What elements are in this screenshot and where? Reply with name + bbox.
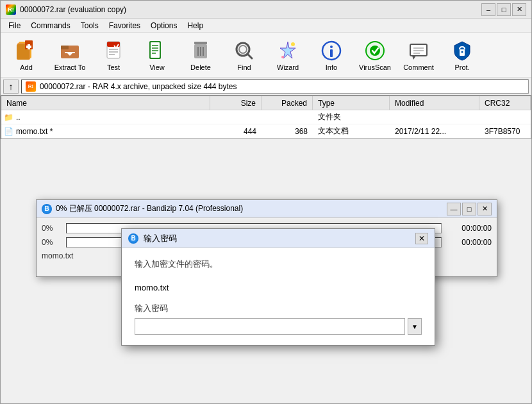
column-header-size[interactable]: Size — [210, 96, 262, 110]
column-header-packed[interactable]: Packed — [262, 96, 313, 110]
svg-rect-16 — [151, 42, 160, 58]
svg-marker-39 — [412, 56, 416, 60]
minimize-button[interactable]: – — [481, 3, 495, 16]
file-modified: 2017/2/11 22... — [390, 126, 479, 137]
address-bar: ↑ R! 00000072.rar - RAR 4.x archive, unp… — [1, 78, 531, 96]
test-icon — [102, 39, 125, 62]
toolbar-virusscan-button[interactable]: VirusScan — [354, 36, 395, 74]
address-text: 00000072.rar - RAR 4.x archive, unpacked… — [40, 82, 237, 91]
table-row[interactable]: 📁 .. 文件夹 — [1, 110, 531, 124]
toolbar-view-button[interactable]: View — [137, 36, 178, 74]
bandizip-close-button[interactable]: ✕ — [478, 203, 492, 215]
extract-icon — [58, 39, 81, 62]
toolbar-info-button[interactable]: Info — [311, 36, 352, 74]
toolbar-delete-button[interactable]: Delete — [180, 36, 221, 74]
archive-icon: R! — [26, 81, 36, 92]
close-button[interactable]: ✕ — [512, 3, 526, 16]
maximize-button[interactable]: □ — [497, 3, 511, 16]
svg-point-44 — [461, 51, 463, 53]
winrar-window: R! 00000072.rar (evaluation copy) – □ ✕ … — [0, 0, 532, 404]
toolbar-test-label: Test — [107, 63, 120, 71]
svg-rect-7 — [61, 46, 69, 49]
bandizip-title-text: 0% 已解压 00000072.rar - Bandizip 7.04 (Pro… — [56, 203, 443, 214]
toolbar-add-button[interactable]: Add — [6, 36, 47, 74]
bandizip-maximize-button[interactable]: □ — [462, 203, 476, 215]
file-size — [210, 116, 262, 119]
bandizip-current-file-label: momo.txt — [42, 251, 80, 260]
toolbar-view-label: View — [149, 63, 165, 71]
file-packed — [262, 116, 313, 119]
toolbar-virusscan-label: VirusScan — [359, 63, 391, 71]
file-type: 文本文档 — [313, 124, 390, 138]
svg-point-37 — [370, 46, 380, 56]
wizard-icon — [276, 39, 299, 62]
password-dialog: B 输入密码 ✕ 输入加密文件的密码。 momo.txt 输入密码 ▼ — [121, 228, 435, 346]
comment-icon — [407, 39, 430, 62]
bandizip-time-1: 00:00:00 — [447, 224, 492, 233]
toolbar-protect-button[interactable]: Prot. — [442, 36, 483, 74]
file-modified — [390, 116, 479, 119]
winrar-title: 00000072.rar (evaluation copy) — [20, 5, 481, 14]
menu-tools[interactable]: Tools — [76, 20, 104, 31]
bandizip-progress-label-1: 0% — [42, 224, 61, 233]
file-name: .. — [16, 113, 21, 122]
toolbar-comment-button[interactable]: Comment — [398, 36, 439, 74]
table-row[interactable]: 📄 momo.txt * 444 368 文本文档 2017/2/11 22..… — [1, 124, 531, 139]
dialog-close-button[interactable]: ✕ — [415, 233, 428, 244]
column-header-name[interactable]: Name — [1, 96, 210, 110]
toolbar-info-label: Info — [326, 63, 337, 71]
svg-rect-38 — [410, 44, 427, 56]
file-name: momo.txt * — [16, 127, 53, 136]
toolbar-extract-button[interactable]: Extract To — [49, 36, 90, 74]
column-header-type[interactable]: Type — [313, 96, 390, 110]
menu-help[interactable]: Help — [182, 20, 208, 31]
dialog-title-bar: B 输入密码 ✕ — [122, 229, 435, 248]
file-packed: 368 — [262, 126, 313, 137]
navigate-up-button[interactable]: ↑ — [3, 80, 19, 94]
dialog-app-icon: B — [128, 233, 138, 244]
dialog-input-label: 输入密码 — [135, 303, 422, 314]
toolbar-wizard-button[interactable]: Wizard — [267, 36, 308, 74]
winrar-app-icon: R! — [6, 4, 16, 15]
find-icon — [233, 39, 256, 62]
virusscan-icon — [363, 39, 387, 62]
toolbar-protect-label: Prot. — [454, 63, 469, 71]
svg-point-31 — [291, 42, 295, 46]
file-list-header: Name Size Packed Type Modified CRC32 — [1, 96, 531, 110]
file-size: 444 — [210, 126, 262, 137]
toolbar-test-button[interactable]: Test — [93, 36, 134, 74]
svg-point-32 — [281, 56, 284, 58]
svg-point-34 — [330, 46, 333, 48]
svg-rect-23 — [194, 42, 207, 44]
toolbar-delete-label: Delete — [190, 63, 211, 71]
address-input[interactable]: R! 00000072.rar - RAR 4.x archive, unpac… — [21, 80, 529, 94]
document-icon: 📄 — [4, 127, 13, 136]
svg-rect-8 — [65, 52, 75, 53]
bandizip-minimize-button[interactable]: — — [447, 203, 461, 215]
password-dropdown-button[interactable]: ▼ — [408, 318, 422, 335]
winrar-title-bar: R! 00000072.rar (evaluation copy) – □ ✕ — [1, 1, 531, 19]
dialog-input-row: ▼ — [135, 318, 422, 335]
toolbar-add-label: Add — [20, 63, 33, 71]
menu-favorites[interactable]: Favorites — [104, 20, 145, 31]
password-input[interactable] — [135, 318, 405, 335]
column-header-modified[interactable]: Modified — [390, 96, 479, 110]
toolbar-find-button[interactable]: Find — [224, 36, 265, 74]
svg-rect-35 — [330, 49, 333, 57]
toolbar-wizard-label: Wizard — [277, 63, 299, 71]
view-icon — [145, 39, 169, 62]
folder-icon: 📁 — [4, 113, 13, 122]
dialog-body: 输入加密文件的密码。 momo.txt 输入密码 ▼ — [122, 248, 435, 345]
dialog-title-text: 输入密码 — [144, 233, 410, 244]
menu-options[interactable]: Options — [145, 20, 182, 31]
file-crc32 — [479, 116, 531, 119]
bandizip-progress-label-2: 0% — [42, 238, 61, 247]
svg-point-28 — [239, 46, 247, 53]
delete-icon — [189, 39, 212, 62]
bandizip-time-2: 00:00:00 — [447, 238, 492, 247]
toolbar-comment-label: Comment — [403, 63, 434, 71]
menu-file[interactable]: File — [3, 20, 26, 31]
menu-commands[interactable]: Commands — [26, 20, 75, 31]
column-header-crc32[interactable]: CRC32 — [479, 96, 531, 110]
svg-line-29 — [247, 54, 252, 58]
